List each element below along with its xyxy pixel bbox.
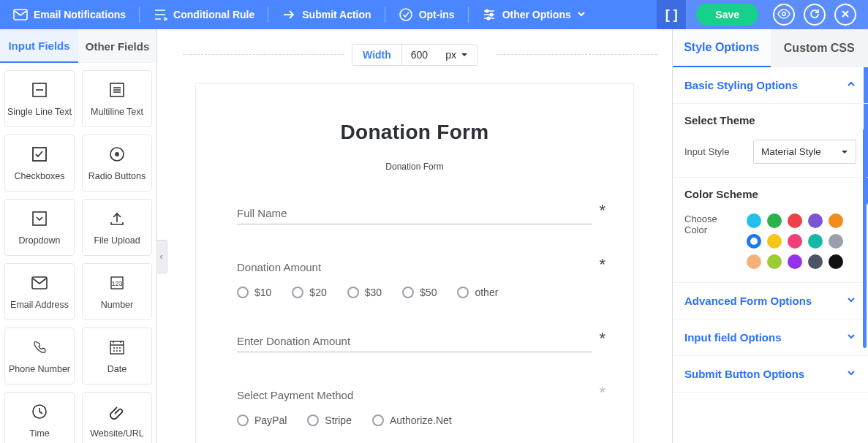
field-card-email-address[interactable]: Email Address [4, 263, 75, 320]
radio-circle-icon [307, 414, 319, 426]
field-enter-amount[interactable]: Enter Donation Amount * [237, 335, 592, 352]
embed-code-button[interactable]: [ ] [657, 0, 686, 29]
required-star: * [599, 255, 605, 274]
accordion-label: Advanced Form Options [684, 295, 812, 307]
accordion-basic-styling[interactable]: Basic Styling Options [673, 67, 868, 104]
radio-circle-icon [347, 287, 359, 298]
radio-label: $50 [420, 287, 437, 298]
radio-label: Stripe [325, 414, 352, 426]
accordion-submit-button[interactable]: Submit Button Options [673, 356, 868, 393]
chevron-down-icon [577, 9, 586, 20]
field-icon [107, 80, 127, 99]
field-card-label: Number [101, 300, 133, 310]
svg-text:123: 123 [111, 280, 122, 287]
color-swatch[interactable] [747, 213, 761, 228]
color-swatch[interactable] [767, 234, 782, 249]
field-card-label: Checkboxes [15, 171, 65, 181]
radio-label: $10 [254, 287, 271, 298]
tab-label: Style Options [684, 41, 759, 54]
radio-label: other [475, 287, 498, 298]
radio-option[interactable]: $10 [237, 287, 271, 298]
field-card-checkboxes[interactable]: Checkboxes [4, 135, 75, 192]
svg-point-5 [782, 12, 785, 15]
field-card-phone-number[interactable]: Phone Number [4, 327, 75, 385]
svg-point-2 [486, 10, 488, 12]
field-icon [30, 80, 49, 99]
color-swatch[interactable] [788, 234, 802, 249]
topbar-label: Other Options [502, 9, 571, 20]
tab-other-fields[interactable]: Other Fields [78, 29, 156, 63]
color-swatch[interactable] [747, 234, 761, 249]
radio-option[interactable]: Stripe [307, 414, 352, 426]
required-star: * [599, 329, 605, 348]
accordion-advanced-form[interactable]: Advanced Form Options [673, 283, 868, 319]
field-card-time[interactable]: Time [4, 392, 75, 443]
radio-circle-icon [457, 287, 469, 298]
radio-option[interactable]: PayPal [237, 414, 287, 426]
tab-label: Custom CSS [784, 42, 855, 55]
ruler-right [497, 54, 657, 55]
topbar-email-notifications[interactable]: Email Notifications [0, 0, 139, 29]
field-donation-amount[interactable]: Donation Amount * $10$20$30$50other [237, 261, 592, 298]
width-value-input[interactable]: 600 [402, 45, 437, 65]
tab-custom-css[interactable]: Custom CSS [771, 29, 869, 67]
radio-option[interactable]: $20 [292, 287, 326, 298]
field-card-file-upload[interactable]: File Upload [82, 199, 152, 256]
width-unit-dropdown[interactable]: px [437, 45, 477, 65]
radio-option[interactable]: $50 [402, 287, 437, 298]
color-swatch[interactable] [767, 254, 782, 269]
color-swatch[interactable] [788, 254, 802, 269]
field-card-website-url[interactable]: Website/URL [82, 392, 152, 443]
right-panel: Style Options Custom CSS Basic Styling O… [672, 29, 868, 443]
save-button[interactable]: Save [696, 4, 758, 26]
color-swatch[interactable] [808, 234, 823, 249]
color-swatch[interactable] [808, 254, 823, 269]
section-title: Color Scheme [684, 188, 856, 200]
field-icon [107, 145, 127, 164]
close-button[interactable] [834, 4, 856, 26]
accordion-input-field[interactable]: Input field Options [673, 319, 868, 356]
scrollbar-thumb[interactable] [863, 129, 867, 348]
field-card-date[interactable]: Date [82, 327, 152, 385]
field-card-multiline-text[interactable]: Multiline Text [82, 70, 152, 127]
field-card-dropdown[interactable]: Dropdown [4, 199, 75, 256]
topbar-opt-ins[interactable]: Opt-ins [385, 0, 468, 29]
tab-input-fields[interactable]: Input Fields [0, 29, 78, 63]
chevron-down-icon [846, 295, 856, 307]
topbar-submit-action[interactable]: Submit Action [268, 0, 384, 29]
topbar-conditional-rule[interactable]: Conditional Rule [140, 0, 268, 29]
topbar-other-options[interactable]: Other Options [469, 0, 599, 29]
radio-option[interactable]: $30 [347, 287, 382, 298]
field-label: Full Name [237, 207, 592, 224]
field-full-name[interactable]: Full Name * [237, 207, 592, 224]
form-preview[interactable]: Donation Form Donation Form Full Name * … [195, 83, 634, 443]
radio-option[interactable]: Authorize.Net [372, 414, 452, 426]
svg-point-4 [487, 17, 490, 20]
svg-rect-11 [33, 212, 46, 225]
refresh-button[interactable] [804, 4, 826, 26]
field-icon [30, 209, 49, 228]
color-swatch[interactable] [808, 213, 823, 228]
field-label: Select Payment Method [237, 389, 592, 401]
tab-style-options[interactable]: Style Options [673, 29, 771, 67]
chevron-up-icon [846, 79, 856, 91]
color-swatch[interactable] [767, 213, 782, 228]
tab-label: Input Fields [8, 39, 69, 52]
color-swatch[interactable] [829, 254, 843, 269]
radio-option[interactable]: other [457, 287, 498, 298]
preview-button[interactable] [773, 4, 795, 26]
width-control: Width 600 px [352, 44, 478, 66]
topbar-label: Opt-ins [419, 9, 455, 20]
field-card-radio-buttons[interactable]: Radio Buttons [82, 135, 152, 192]
color-swatch[interactable] [747, 254, 761, 269]
color-swatch[interactable] [829, 234, 843, 249]
field-label: Enter Donation Amount [237, 335, 592, 352]
input-style-dropdown[interactable]: Material Style [753, 140, 856, 164]
field-card-number[interactable]: 123Number [82, 263, 152, 320]
field-card-label: Time [29, 428, 49, 439]
field-payment-method[interactable]: Select Payment Method * PayPalStripeAuth… [237, 389, 592, 426]
field-icon [107, 209, 127, 228]
field-card-single-line-text[interactable]: Single Line Text [4, 70, 75, 127]
color-swatch[interactable] [788, 213, 802, 228]
color-swatch[interactable] [829, 213, 843, 228]
